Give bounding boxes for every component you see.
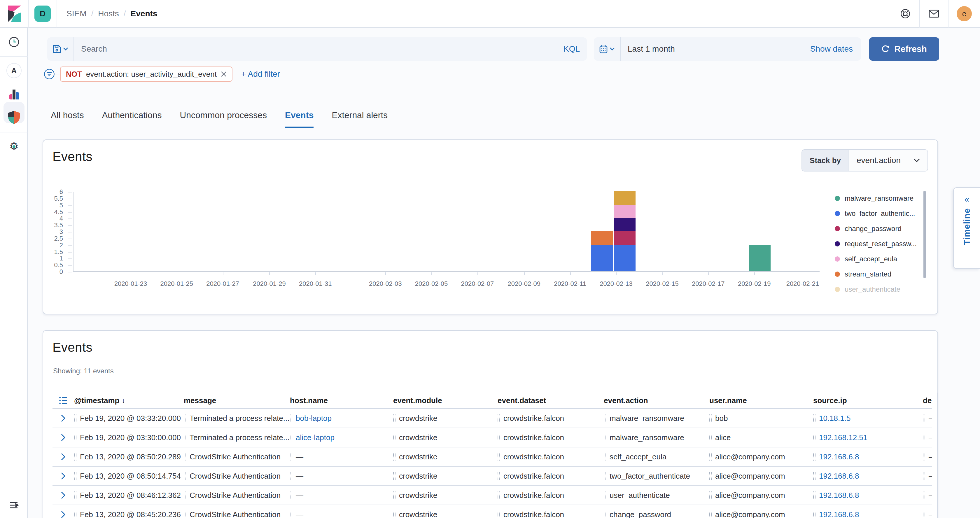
legend-scrollbar[interactable] [923,191,926,278]
source-ip-link[interactable]: 192.168.6.8 [819,491,859,500]
drag-handle-icon[interactable] [813,472,816,480]
expand-row-button[interactable] [52,472,74,480]
filter-options-icon[interactable] [44,68,55,79]
search-input[interactable] [74,37,557,61]
drag-handle-icon[interactable] [923,511,925,518]
collapse-navigation-button[interactable] [0,496,28,515]
time-range-value[interactable]: Last 1 month [620,44,675,54]
drag-handle-icon[interactable] [290,472,292,480]
source-ip-link[interactable]: 192.168.6.8 [819,510,859,518]
bar-segment-user_authenticate[interactable] [614,191,636,205]
bar-segment-request_reset_passw...[interactable] [614,218,636,231]
table-scrollbar[interactable] [937,392,937,518]
stacked-bar-2020-02-19[interactable] [749,245,771,271]
tab-authentications[interactable]: Authentications [102,103,162,128]
drag-handle-icon[interactable] [710,415,712,422]
drag-handle-icon[interactable] [290,491,292,499]
help-button[interactable] [891,0,920,28]
drag-handle-icon[interactable] [813,491,816,499]
source-ip-link[interactable]: 192.168.12.51 [819,433,867,442]
drag-handle-icon[interactable] [74,511,76,518]
stacked-bar-2020-02-13[interactable] [614,191,636,271]
drag-handle-icon[interactable] [604,472,606,480]
breadcrumb-item[interactable]: Hosts [98,9,119,18]
drag-handle-icon[interactable] [604,434,606,441]
drag-handle-icon[interactable] [290,511,292,518]
refresh-button[interactable]: Refresh [869,37,939,61]
host-name-link[interactable]: alice-laptop [296,433,334,442]
drag-handle-icon[interactable] [498,453,500,461]
legend-item[interactable]: malware_ransomware [835,191,922,206]
sidebar-item-app-a[interactable]: A [0,59,28,82]
drag-handle-icon[interactable] [184,415,186,422]
drag-handle-icon[interactable] [184,491,186,499]
drag-handle-icon[interactable] [710,491,712,499]
saved-query-menu-button[interactable] [47,37,74,61]
bar-segment-two_factor_authentic...[interactable] [591,245,613,271]
drag-handle-icon[interactable] [498,472,500,480]
drag-handle-icon[interactable] [710,434,712,441]
drag-handle-icon[interactable] [74,472,76,480]
source-ip-link[interactable]: 10.18.1.5 [819,414,851,423]
drag-handle-icon[interactable] [710,453,712,461]
column-header-message[interactable]: message [184,396,290,405]
sidebar-item-siem[interactable] [0,106,28,129]
expand-row-button[interactable] [52,491,74,499]
drag-handle-icon[interactable] [923,491,925,499]
column-header-eventdataset[interactable]: event.dataset [498,396,604,405]
legend-item[interactable]: change_password [835,221,922,236]
tab-all-hosts[interactable]: All hosts [51,103,84,128]
drag-handle-icon[interactable] [393,434,396,441]
drag-handle-icon[interactable] [813,511,816,518]
column-header-des[interactable]: des [923,396,932,405]
drag-handle-icon[interactable] [290,434,292,441]
drag-handle-icon[interactable] [710,472,712,480]
stacked-bar-2020-02-12[interactable] [591,231,613,271]
bar-segment-self_accept_eula[interactable] [614,205,636,218]
drag-handle-icon[interactable] [710,511,712,518]
tab-events[interactable]: Events [285,103,313,128]
newsfeed-button[interactable] [920,0,948,28]
legend-item[interactable]: stream_started [835,267,922,282]
column-header-eventmodule[interactable]: event.module [393,396,498,405]
drag-handle-icon[interactable] [184,472,186,480]
drag-handle-icon[interactable] [393,415,396,422]
events-viewer-settings-button[interactable] [52,396,74,405]
date-quick-menu-button[interactable] [594,37,620,61]
drag-handle-icon[interactable] [813,434,816,441]
expand-row-button[interactable] [52,414,74,422]
drag-handle-icon[interactable] [498,511,500,518]
drag-handle-icon[interactable] [184,453,186,461]
drag-handle-icon[interactable] [184,434,186,441]
legend-item[interactable]: request_reset_passw... [835,236,922,251]
kibana-logo[interactable] [0,0,28,28]
expand-row-button[interactable] [52,434,74,442]
legend-item[interactable]: user_authenticate [835,282,922,297]
drag-handle-icon[interactable] [813,453,816,461]
drag-handle-icon[interactable] [393,472,396,480]
source-ip-link[interactable]: 192.168.6.8 [819,472,859,481]
drag-handle-icon[interactable] [604,511,606,518]
drag-handle-icon[interactable] [604,491,606,499]
drag-handle-icon[interactable] [923,472,925,480]
drag-handle-icon[interactable] [923,453,925,461]
timeline-flyout-toggle[interactable]: « Timeline [953,187,980,269]
drag-handle-icon[interactable] [498,434,500,441]
drag-handle-icon[interactable] [498,491,500,499]
legend-item[interactable]: self_accept_eula [835,251,922,267]
bar-segment-two_factor_authentic...[interactable] [614,245,636,271]
user-avatar[interactable]: e [957,6,972,21]
drag-handle-icon[interactable] [498,415,500,422]
tab-external-alerts[interactable]: External alerts [332,103,388,128]
drag-handle-icon[interactable] [923,415,925,422]
bar-segment-change_password[interactable] [614,231,636,245]
source-ip-link[interactable]: 192.168.6.8 [819,452,859,461]
drag-handle-icon[interactable] [923,434,925,441]
drag-handle-icon[interactable] [393,491,396,499]
sidebar-item-recently-viewed[interactable] [0,30,28,54]
expand-row-button[interactable] [52,510,74,518]
sidebar-item-management[interactable]: ⚙ [0,135,28,158]
legend-item[interactable]: two_factor_authentic... [835,206,922,221]
column-header-eventaction[interactable]: event.action [604,396,710,405]
drag-handle-icon[interactable] [74,491,76,499]
